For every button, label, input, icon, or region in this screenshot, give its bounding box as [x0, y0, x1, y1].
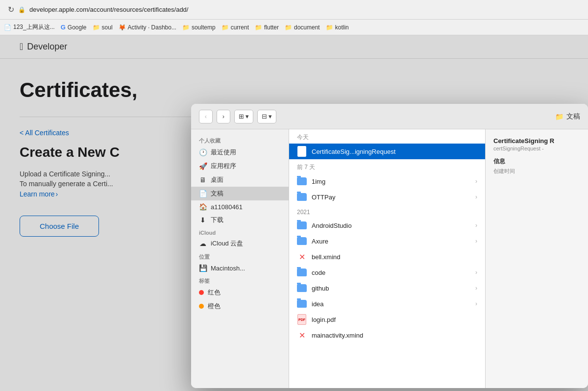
location-folder-icon: 📁	[555, 113, 564, 121]
forward-button[interactable]: ›	[217, 110, 230, 123]
chevron-github-icon: ›	[475, 285, 477, 292]
sidebar-item-home[interactable]: 🏠 a11080461	[191, 200, 289, 213]
file-item-OTTPay[interactable]: OTTPay ›	[289, 189, 485, 205]
sidebar-item-desktop[interactable]: 🖥 桌面	[191, 173, 289, 187]
folder-icon-Axure	[297, 236, 307, 246]
bookmark-label-current: current	[231, 24, 249, 31]
chevron-OTTPay-icon: ›	[475, 194, 477, 200]
columns-icon: ⊞	[239, 113, 244, 120]
file-name-bellxmind: bell.xmind	[312, 253, 341, 261]
sidebar-item-docs[interactable]: 📄 文稿	[191, 187, 289, 200]
bookmark-soul[interactable]: 📁 soul	[93, 24, 113, 31]
icloud-icon: ☁	[199, 240, 207, 247]
sidebar-item-recent[interactable]: 🕐 最近使用	[191, 146, 289, 159]
folder-icon-OTTPay	[297, 192, 307, 202]
sidebar-item-tag-orange[interactable]: 橙色	[191, 299, 289, 313]
apps-icon: 🚀	[199, 162, 207, 170]
address-bar[interactable]: developer.apple.com/account/resources/ce…	[29, 6, 580, 13]
folder-icon-github	[297, 283, 307, 293]
view-toggle-columns[interactable]: ⊞ ▾	[234, 110, 253, 123]
sidebar-label-home: a11080461	[211, 203, 243, 211]
view-toggle-grid[interactable]: ⊟ ▾	[257, 110, 276, 123]
bookmark-activity[interactable]: 🦊 Activity · Dashbo...	[119, 24, 176, 31]
file-name-Axure: Axure	[312, 238, 328, 245]
csr-file-icon: CSR	[297, 147, 307, 156]
bookmark-flutter[interactable]: 📁 flutter	[255, 24, 279, 31]
reload-button[interactable]: ↻	[8, 5, 14, 14]
columns-arrow: ▾	[245, 113, 249, 120]
sidebar-item-downloads[interactable]: ⬇ 下载	[191, 213, 289, 227]
sidebar-item-tag-red[interactable]: 红色	[191, 286, 289, 299]
xmind-icon-bell: ✕	[297, 252, 307, 262]
file-name-AndroidStudio: AndroidStudio	[312, 222, 352, 229]
preview-file-subtitle: certSigningRequest -	[493, 146, 580, 151]
sidebar-section-icloud: iCloud	[191, 227, 289, 237]
year-section-header: 2021	[289, 205, 485, 218]
sidebar-label-tag-red: 红色	[208, 288, 220, 297]
bookmark-google[interactable]: G Google	[61, 24, 87, 31]
file-item-csr[interactable]: CSR CertificateSig...igningRequest	[289, 144, 485, 159]
folder-icon-AndroidStudio	[297, 220, 307, 230]
chevron-Axure-icon: ›	[475, 238, 477, 244]
bookmark-label-google: Google	[68, 24, 87, 31]
sidebar-item-macintosh[interactable]: 💾 Macintosh...	[191, 262, 289, 274]
chevron-AndroidStudio-icon: ›	[475, 222, 477, 229]
bookmark-label-soultemp: soultemp	[192, 24, 216, 31]
desktop-icon: 🖥	[199, 176, 207, 184]
chevron-code-icon: ›	[475, 269, 477, 276]
bookmarks-bar: 📄 123_上网从这... G Google 📁 soul 🦊 Activity…	[0, 20, 588, 35]
bookmark-current[interactable]: 📁 current	[221, 24, 249, 31]
bookmark-kotlin[interactable]: 📁 kotlin	[326, 24, 349, 31]
picker-body: 个人收藏 🕐 最近使用 🚀 应用程序 🖥 桌面 📄 文稿	[191, 129, 588, 388]
bookmark-document[interactable]: 📁 document	[285, 24, 320, 31]
recent-icon: 🕐	[199, 148, 207, 156]
sidebar-section-personal: 个人收藏	[191, 134, 289, 146]
picker-location: 📁 文稿	[555, 112, 580, 121]
file-item-idea[interactable]: idea ›	[289, 296, 485, 312]
bookmark-icon-flutter: 📁	[255, 24, 262, 31]
sidebar-label-apps: 应用程序	[211, 162, 236, 171]
bookmark-icon-kotlin: 📁	[326, 24, 333, 31]
picker-toolbar: ‹ › ⊞ ▾ ⊟ ▾ 📁 文稿	[191, 104, 588, 129]
file-item-bellxmind[interactable]: ✕ bell.xmind	[289, 249, 485, 265]
file-item-mainactivity[interactable]: ✕ mainactivity.xmind	[289, 327, 485, 343]
week-section-header: 前 7 天	[289, 159, 485, 173]
bookmark-label-soul: soul	[102, 24, 113, 31]
file-item-code[interactable]: code ›	[289, 265, 485, 280]
sidebar-section-tags: 标签	[191, 274, 289, 286]
bookmark-soultemp[interactable]: 📁 soultemp	[182, 24, 216, 31]
grid-icon: ⊟	[262, 113, 267, 120]
bookmark-icon-google: G	[61, 24, 66, 31]
today-section-header: 今天	[289, 129, 485, 144]
view-grid-button[interactable]: ⊟ ▾	[258, 110, 276, 123]
home-icon: 🏠	[199, 203, 207, 211]
file-item-AndroidStudio[interactable]: AndroidStudio ›	[289, 218, 485, 233]
view-columns-button[interactable]: ⊞ ▾	[235, 110, 253, 123]
file-item-github[interactable]: github ›	[289, 280, 485, 296]
preview-created-label: 创建时间	[493, 168, 580, 175]
back-button[interactable]: ‹	[199, 110, 213, 123]
picker-sidebar: 个人收藏 🕐 最近使用 🚀 应用程序 🖥 桌面 📄 文稿	[191, 129, 289, 388]
file-item-Axure[interactable]: Axure ›	[289, 233, 485, 249]
sidebar-label-macintosh: Macintosh...	[211, 265, 245, 272]
sidebar-item-icloud[interactable]: ☁ iCloud 云盘	[191, 237, 289, 250]
file-name-mainactivity: mainactivity.xmind	[312, 332, 363, 339]
bookmark-icon-document: 📁	[285, 24, 292, 31]
xmind-icon-main: ✕	[297, 330, 307, 340]
file-item-loginpdf[interactable]: PDF login.pdf	[289, 312, 485, 327]
pdf-icon-login: PDF	[297, 315, 307, 324]
preview-file-title: CertificateSigning R	[493, 137, 580, 145]
bookmark-label-123: 123_上网从这...	[13, 23, 55, 31]
file-name-csr: CertificateSig...igningRequest	[312, 148, 395, 155]
location-label: 文稿	[566, 112, 580, 121]
docs-icon: 📄	[199, 190, 207, 197]
tag-red-dot	[199, 290, 204, 295]
file-item-1img[interactable]: 1img ›	[289, 173, 485, 189]
file-name-idea: idea	[312, 300, 324, 308]
sidebar-label-downloads: 下载	[211, 216, 223, 224]
grid-arrow: ▾	[269, 113, 272, 120]
bookmark-123[interactable]: 📄 123_上网从这...	[4, 23, 55, 31]
sidebar-item-apps[interactable]: 🚀 应用程序	[191, 159, 289, 173]
sidebar-label-docs: 文稿	[211, 189, 223, 198]
bookmark-label-activity: Activity · Dashbo...	[128, 24, 176, 31]
